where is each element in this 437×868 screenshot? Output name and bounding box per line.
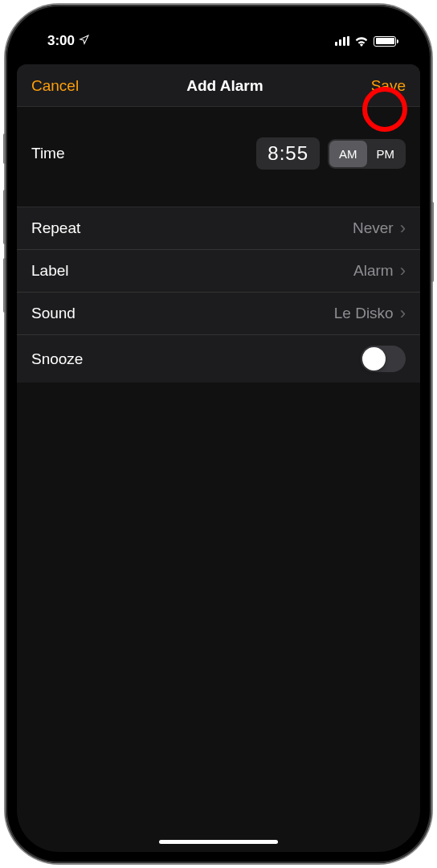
pm-option[interactable]: PM	[367, 141, 405, 167]
snooze-toggle[interactable]	[361, 346, 406, 372]
volume-down-button	[3, 258, 6, 313]
time-input[interactable]: 8:55	[256, 137, 320, 170]
snooze-label: Snooze	[31, 350, 83, 368]
chevron-right-icon: ›	[400, 218, 406, 239]
save-button[interactable]: Save	[371, 77, 406, 95]
power-button	[431, 202, 434, 282]
status-time-group: 3:00	[47, 33, 89, 49]
chevron-right-icon: ›	[400, 260, 406, 281]
volume-up-button	[3, 190, 6, 244]
location-icon	[79, 33, 89, 49]
wifi-icon	[354, 36, 369, 47]
status-time: 3:00	[47, 33, 75, 49]
sound-row[interactable]: Sound Le Disko ›	[17, 293, 420, 335]
settings-list: Repeat Never › Label Alarm ›	[17, 207, 420, 383]
label-label: Label	[31, 262, 69, 280]
home-indicator[interactable]	[159, 840, 278, 844]
label-value: Alarm	[353, 262, 394, 280]
notch	[134, 16, 303, 43]
page-title: Add Alarm	[186, 77, 263, 95]
nav-bar: Cancel Add Alarm Save	[17, 64, 420, 107]
toggle-knob	[362, 347, 386, 371]
phone-frame: 3:00 Cancel Add Alarm	[6, 5, 431, 863]
time-section: Time 8:55 AM PM	[17, 107, 420, 207]
battery-icon	[374, 36, 396, 47]
content: Time 8:55 AM PM Repeat Never	[17, 107, 420, 383]
repeat-row[interactable]: Repeat Never ›	[17, 207, 420, 250]
add-alarm-modal: Cancel Add Alarm Save Time 8:55 AM PM	[17, 64, 420, 852]
cellular-signal-icon	[335, 36, 349, 46]
sound-value: Le Disko	[334, 305, 394, 322]
mute-switch	[3, 133, 6, 164]
ampm-segmented-control[interactable]: AM PM	[328, 139, 406, 169]
status-indicators	[335, 36, 396, 47]
chevron-right-icon: ›	[400, 303, 406, 324]
snooze-row: Snooze	[17, 335, 420, 383]
repeat-label: Repeat	[31, 219, 80, 237]
time-controls: 8:55 AM PM	[256, 137, 406, 170]
am-option[interactable]: AM	[329, 141, 367, 167]
sound-label: Sound	[31, 305, 76, 322]
repeat-value: Never	[353, 219, 394, 237]
time-label: Time	[31, 145, 65, 162]
label-row[interactable]: Label Alarm ›	[17, 250, 420, 293]
screen: 3:00 Cancel Add Alarm	[17, 16, 420, 852]
cancel-button[interactable]: Cancel	[31, 77, 79, 95]
